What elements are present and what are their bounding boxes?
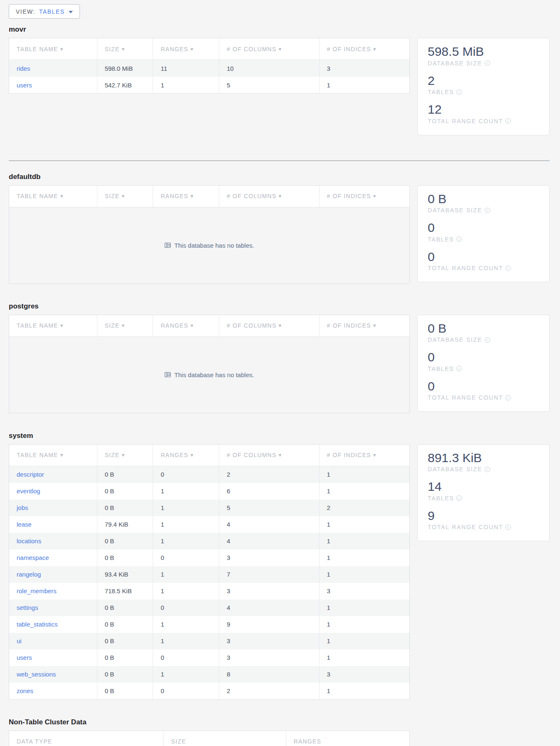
empty-table-text: This database has no tables. <box>174 242 254 249</box>
column-header[interactable]: TABLE NAME▼ <box>9 445 97 466</box>
database-name: system <box>9 432 550 440</box>
cell-ranges: 0 <box>153 550 219 566</box>
sort-arrow-icon: ▼ <box>372 47 377 52</box>
database-table: TABLE NAME▼SIZE▼RANGES▼# OF COLUMNS▼# OF… <box>9 38 410 94</box>
info-icon[interactable]: i <box>485 208 490 213</box>
sort-arrow-icon: ▼ <box>121 47 126 52</box>
cell-columns: 3 <box>219 633 320 649</box>
stat-value: 9 <box>428 509 539 523</box>
column-header[interactable]: RANGES▼ <box>153 315 219 336</box>
sort-arrow-icon: ▼ <box>59 47 64 52</box>
stat-block: 12TOTAL RANGE COUNTi <box>428 102 539 124</box>
view-selector-dropdown[interactable]: VIEW: TABLES <box>9 4 80 19</box>
non-table-cluster-data-section: Non-Table Cluster DataDATA TYPESIZERANGE… <box>9 718 550 746</box>
info-icon[interactable]: i <box>505 118 511 124</box>
column-header[interactable]: RANGES▼ <box>153 186 219 207</box>
table-name-link[interactable]: table_statistics <box>17 621 57 628</box>
table-row: users0 B031 <box>9 649 409 666</box>
column-header[interactable]: # OF INDICES▼ <box>320 38 409 60</box>
info-icon[interactable]: i <box>505 525 511 530</box>
empty-table-message: This database has no tables. <box>9 337 409 413</box>
database-stats-card: 0 BDATABASE SIZEi0TABLESi0TOTAL RANGE CO… <box>417 315 550 412</box>
table-name-link[interactable]: lease <box>17 521 32 528</box>
column-header[interactable]: SIZE▼ <box>97 186 154 207</box>
column-header[interactable]: # OF COLUMNS▼ <box>219 38 320 60</box>
column-header[interactable]: SIZE▼ <box>97 315 154 336</box>
info-icon[interactable]: i <box>456 495 462 501</box>
cell-columns: 2 <box>219 466 320 483</box>
database-name: movr <box>9 25 550 34</box>
database-sections: movrTABLE NAME▼SIZE▼RANGES▼# OF COLUMNS▼… <box>9 25 550 700</box>
table-header-row: TABLE NAME▼SIZE▼RANGES▼# OF COLUMNS▼# OF… <box>9 38 409 60</box>
cell-indices: 1 <box>320 77 409 93</box>
cell-ranges: 1 <box>153 616 219 633</box>
column-header: DATA TYPE <box>9 731 164 746</box>
table-name-link[interactable]: zones <box>17 687 33 694</box>
cell-size: 0 B <box>97 616 154 633</box>
table-row: namespace0 B031 <box>9 550 409 566</box>
column-header[interactable]: RANGES▼ <box>153 445 219 466</box>
column-header[interactable]: # OF INDICES▼ <box>320 315 409 336</box>
table-name-link[interactable]: jobs <box>17 504 28 511</box>
table-name-link[interactable]: settings <box>17 604 38 611</box>
info-icon[interactable]: i <box>485 337 490 343</box>
stat-value: 14 <box>428 480 539 494</box>
info-icon[interactable]: i <box>505 395 511 400</box>
cell-size: 0 B <box>97 649 154 666</box>
sort-arrow-icon: ▼ <box>372 323 377 328</box>
column-header[interactable]: TABLE NAME▼ <box>9 315 97 336</box>
table-name-link[interactable]: eventlog <box>17 487 40 495</box>
cell-ranges: 1 <box>153 516 219 533</box>
stat-value: 0 B <box>428 192 539 206</box>
table-name-link[interactable]: rides <box>17 65 30 72</box>
database-stats-card: 598.5 MiBDATABASE SIZEi2TABLESi12TOTAL R… <box>417 38 550 135</box>
column-header[interactable]: # OF COLUMNS▼ <box>219 445 320 466</box>
stat-block: 0TOTAL RANGE COUNTi <box>428 379 539 401</box>
database-stats-card: 0 BDATABASE SIZEi0TABLESi0TOTAL RANGE CO… <box>417 185 550 283</box>
table-name-link[interactable]: descriptor <box>17 471 44 478</box>
column-header[interactable]: SIZE▼ <box>97 445 154 466</box>
column-header[interactable]: TABLE NAME▼ <box>9 38 97 60</box>
sort-arrow-icon: ▼ <box>278 323 282 328</box>
stat-label: TABLESi <box>428 366 539 372</box>
table-name-link[interactable]: rangelog <box>17 571 41 578</box>
table-name-link[interactable]: users <box>17 82 32 89</box>
info-icon[interactable]: i <box>456 90 462 95</box>
cell-size: 0 B <box>97 633 154 649</box>
column-header[interactable]: SIZE▼ <box>97 38 154 60</box>
column-header[interactable]: # OF INDICES▼ <box>320 445 409 466</box>
column-header[interactable]: TABLE NAME▼ <box>9 186 97 207</box>
cell-indices: 1 <box>320 683 409 699</box>
table-name-link[interactable]: locations <box>17 537 41 545</box>
table-name-link[interactable]: role_members <box>17 587 57 594</box>
view-selector-value: TABLES <box>39 8 65 15</box>
column-header[interactable]: # OF INDICES▼ <box>320 186 409 207</box>
database-stats-card: 891.3 KiBDATABASE SIZEi14TABLESi9TOTAL R… <box>417 444 550 542</box>
cell-size: 0 B <box>97 533 154 550</box>
info-icon[interactable]: i <box>456 366 462 371</box>
info-icon[interactable]: i <box>485 60 490 66</box>
cell-ranges: 0 <box>153 649 219 666</box>
database-name: postgres <box>9 302 550 311</box>
info-icon[interactable]: i <box>485 467 490 472</box>
cell-indices: 1 <box>320 516 409 533</box>
stat-value: 12 <box>428 102 539 117</box>
table-name-link[interactable]: web_sessions <box>17 671 56 678</box>
column-header[interactable]: # OF COLUMNS▼ <box>219 186 320 207</box>
table-name-link[interactable]: ui <box>17 637 22 644</box>
table-name-link[interactable]: users <box>17 654 32 661</box>
sort-arrow-icon: ▼ <box>190 453 195 458</box>
cell-indices: 1 <box>320 616 409 633</box>
column-header[interactable]: RANGES▼ <box>153 38 219 60</box>
info-icon[interactable]: i <box>456 236 462 242</box>
cell-table-name: rides <box>9 60 97 77</box>
column-header[interactable]: # OF COLUMNS▼ <box>219 315 320 336</box>
stat-value: 0 <box>428 350 539 365</box>
database-name: defaultdb <box>9 173 550 181</box>
table-name-link[interactable]: namespace <box>17 554 49 561</box>
cell-columns: 4 <box>219 599 320 616</box>
cell-size: 93.4 KiB <box>97 566 154 583</box>
cell-columns: 5 <box>219 77 320 93</box>
cell-columns: 5 <box>219 500 320 516</box>
info-icon[interactable]: i <box>505 266 511 271</box>
